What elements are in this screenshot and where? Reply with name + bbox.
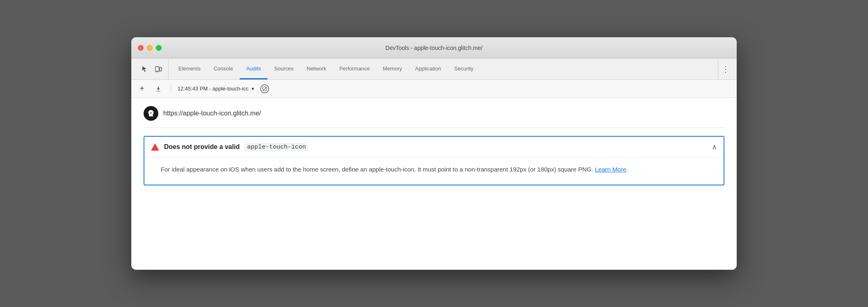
warning-triangle-icon <box>151 143 159 151</box>
site-favicon <box>144 106 158 121</box>
page-url: https://apple-touch-icon.glitch.me/ <box>163 110 261 117</box>
title-bar: DevTools - apple-touch-icon.glitch.me/ <box>131 37 737 59</box>
tab-elements[interactable]: Elements <box>172 59 207 79</box>
close-button[interactable] <box>138 45 144 51</box>
tabs-container: Elements Console Audits Sources Network … <box>172 59 480 79</box>
secondary-toolbar: + 12:45:43 PM - apple-touch-icc ▾ <box>131 80 737 98</box>
window-title: DevTools - apple-touch-icon.glitch.me/ <box>385 45 482 51</box>
main-content: https://apple-touch-icon.glitch.me/ Does… <box>131 98 737 270</box>
period: . <box>626 166 628 173</box>
warning-body: For ideal appearance on iOS when users a… <box>144 157 724 185</box>
svg-line-4 <box>263 87 267 90</box>
toolbar-icons <box>135 59 169 79</box>
download-icon <box>155 85 162 93</box>
tab-console[interactable]: Console <box>207 59 240 79</box>
devtools-toolbar: Elements Console Audits Sources Network … <box>131 59 737 80</box>
warning-title-code: apple-touch-icon <box>245 143 308 151</box>
learn-more-link[interactable]: Learn More <box>595 166 626 173</box>
tab-memory[interactable]: Memory <box>376 59 409 79</box>
more-options-icon: ⋮ <box>722 64 730 74</box>
maximize-button[interactable] <box>156 45 162 51</box>
url-bar: https://apple-touch-icon.glitch.me/ <box>144 106 724 128</box>
dropdown-arrow-icon: ▾ <box>252 86 254 92</box>
tab-network[interactable]: Network <box>300 59 333 79</box>
traffic-lights <box>138 45 162 51</box>
toolbar-divider <box>171 85 171 93</box>
tab-audits[interactable]: Audits <box>240 59 268 79</box>
tab-application[interactable]: Application <box>409 59 448 79</box>
warning-body-text: For ideal appearance on iOS when users a… <box>161 166 593 173</box>
chevron-up-icon: ∧ <box>712 142 717 151</box>
no-action-icon[interactable] <box>259 83 270 95</box>
warning-title-plain: Does not provide a valid <box>164 143 240 151</box>
prohibited-icon <box>260 84 269 93</box>
glitch-icon <box>146 109 155 118</box>
audit-session-label[interactable]: 12:45:43 PM - apple-touch-icc ▾ <box>178 86 254 92</box>
devtools-window: DevTools - apple-touch-icon.glitch.me/ <box>131 37 737 270</box>
tab-sources[interactable]: Sources <box>268 59 300 79</box>
warning-box: Does not provide a valid apple-touch-ico… <box>144 136 724 185</box>
tab-security[interactable]: Security <box>447 59 480 79</box>
more-tabs-button[interactable]: ⋮ <box>718 59 733 79</box>
tab-performance[interactable]: Performance <box>333 59 376 79</box>
inspect-icon[interactable] <box>138 63 151 76</box>
device-toggle-icon[interactable] <box>152 63 165 76</box>
warning-title: Does not provide a valid apple-touch-ico… <box>151 143 308 151</box>
minimize-button[interactable] <box>147 45 153 51</box>
svg-rect-1 <box>160 67 162 71</box>
add-audit-button[interactable]: + <box>136 83 148 95</box>
download-button[interactable] <box>153 83 164 95</box>
warning-header[interactable]: Does not provide a valid apple-touch-ico… <box>144 137 724 157</box>
